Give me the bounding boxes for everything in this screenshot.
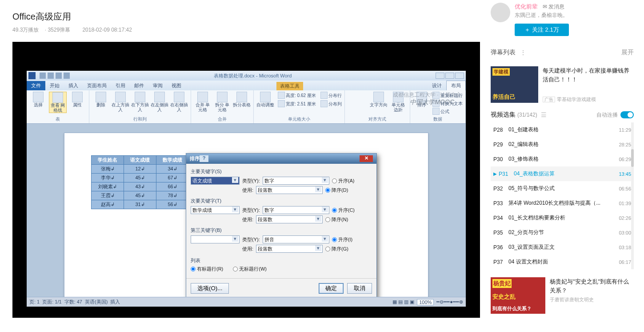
btn-formula[interactable]: 公式 [432,108,463,115]
combo-key3-type[interactable]: 拼音 [263,235,329,243]
btn-insert-above[interactable]: 在上方插入 [112,92,129,112]
btn-insert-right[interactable]: 在右侧插入 [170,92,188,112]
ad-thumbnail: 学建模 养活自己 [491,66,538,103]
btn-distribute-cols[interactable]: 分布列 [320,100,342,107]
radio-key1-desc[interactable]: 降序(D) [325,187,348,194]
playlist-item[interactable]: P3003_修饰表格06:29 [491,152,634,166]
combo-key1-field[interactable]: 语文成绩 [191,177,240,185]
radio-has-header[interactable]: 有标题行(R) [191,266,223,272]
radio-key3-desc[interactable]: 降序(G) [325,246,348,252]
btn-distribute-rows[interactable]: 分布行 [320,92,342,99]
playlist-item[interactable]: P2902_编辑表格28:25 [491,137,634,152]
dialog-titlebar[interactable]: 排序 ? ✕ [186,154,376,164]
btn-split-cells[interactable]: 拆分 单元格 [213,92,231,112]
tab-insert[interactable]: 插入 [64,81,83,90]
btn-merge-cells[interactable]: 合并 单元格 [194,92,212,112]
combo-key2-type[interactable]: 数字 [263,206,329,214]
list-icon[interactable]: ☰ [541,111,547,118]
quick-access-toolbar[interactable] [40,73,70,79]
rec-title: 杨贵妃与"安史之乱"到底有什么关系？ [550,277,634,295]
fx-icon [432,108,440,115]
btn-split-table[interactable]: 拆分表格 [233,92,251,112]
document-canvas[interactable]: 学生姓名语文成绩数学成绩英 张梅↲12↲34↲李华↲45↲67↲刘晓素↲43↲6… [27,124,466,298]
tab-table-layout[interactable]: 布局 [446,81,466,90]
btn-gridlines[interactable]: 查看 网格线 [49,92,67,113]
playlist-item[interactable]: P3603_设置页面及正文03:18 [491,240,634,255]
combo-key2-field[interactable]: 数学成绩 [191,206,240,214]
playlist-item[interactable]: P3401_长文档结构要素分析02:26 [491,211,634,225]
ribbon: 成都信息工程大学 · 计算中心 中国大学MOOC 选择 查看 网格线 属性 表 … [27,90,466,124]
alignment-grid[interactable] [348,92,368,112]
field-row-height[interactable]: 高度: 0.62 厘米 [278,92,316,99]
video-meta: 49.3万播放 · 3529弹幕 2018-02-09 08:17:42 [12,26,487,34]
btn-select[interactable]: 选择 [29,92,47,113]
combo-key3-use[interactable]: 段落数 [256,245,323,253]
tab-review[interactable]: 审阅 [148,81,167,90]
table-header[interactable]: 学生姓名 [92,156,124,165]
combo-key2-use[interactable]: 段落数 [256,215,323,223]
btn-ok[interactable]: 确定 [319,283,344,294]
author-name[interactable]: 优化前辈 [515,3,538,10]
btn-options[interactable]: 选项(O)... [191,283,229,294]
playlist-item[interactable]: ▶P3104_表格数据运算13:45 [491,166,634,181]
table-header[interactable]: 数学成绩 [156,156,189,165]
zoom-slider[interactable]: ━⊖━━●━━⊕ [436,299,463,305]
radio-key2-desc[interactable]: 降序(N) [325,216,348,223]
tab-home[interactable]: 开始 [45,81,64,90]
tab-mailings[interactable]: 邮件 [130,81,148,90]
ribbon-tabs[interactable]: 文件 开始 插入 页面布局 引用 邮件 审阅 视图 表格工具 设计 布局 [27,81,466,90]
context-tab-group: 表格工具 [276,82,303,90]
playlist-item[interactable]: P3205_符号与数学公式06:56 [491,181,634,196]
radio-key2-asc[interactable]: 升序(C) [332,207,355,214]
send-message[interactable]: ✉发消息 [543,3,564,11]
watermark-university: 成都信息工程大学 · 计算中心 [393,91,461,99]
btn-cancel[interactable]: 取消 [347,283,372,294]
zoom-level[interactable]: 100% [417,299,434,305]
btn-properties[interactable]: 属性 [68,92,86,113]
combo-key3-field[interactable] [191,235,240,243]
avatar[interactable] [491,3,510,22]
autoplay-toggle[interactable] [620,111,634,118]
radio-no-header[interactable]: 无标题行(W) [233,266,267,272]
playlist-scrollbar[interactable] [631,122,634,269]
document-title: 表格数据处理.docx - Microsoft Word [70,73,436,79]
plus-icon: ＋ [524,26,530,34]
combo-key1-use[interactable]: 段落数 [256,186,323,194]
word-icon [28,72,36,79]
combo-key1-type[interactable]: 数字 [263,177,329,185]
tab-table-design[interactable]: 设计 [428,81,446,90]
btn-insert-below[interactable]: 在下方插入 [131,92,149,112]
btn-insert-left[interactable]: 在左侧插入 [151,92,168,112]
danmu-header[interactable]: 弹幕列表 ⋮ 展开 [491,49,634,57]
follow-button[interactable]: ＋关注 2.1万 [515,24,569,36]
window-buttons[interactable] [436,73,464,79]
table-header[interactable]: 语文成绩 [124,156,156,165]
playlist-item[interactable]: P33第4讲 Word2010长文档排版与提高（...01:39 [491,196,634,211]
playlist-item[interactable]: P3502_分页与分节03:00 [491,225,634,240]
tab-view[interactable]: 视图 [167,81,186,90]
btn-delete[interactable]: 删除 [92,92,110,112]
playlist-item[interactable]: P3704 设置文档封面06:17 [491,255,634,269]
tab-references[interactable]: 引用 [111,81,130,90]
btn-text-direction[interactable]: 文字方向 [370,92,388,112]
playing-icon: ▶ [493,171,497,176]
page-title: Office高级应用 [12,11,487,23]
view-buttons[interactable]: ▦ ▤ ▥ ▣ [392,299,414,305]
radio-key3-asc[interactable]: 升序(I) [332,236,352,243]
tab-file[interactable]: 文件 [27,81,45,90]
dialog-help-icon[interactable]: ? [200,155,208,162]
rec-subtitle: 于赓哲讲唐朝文明史 [550,296,634,303]
ad-card[interactable]: 学建模 养活自己 每天建模半小时，在家接单赚钱养活自己！！！ 广告零基础学游戏建… [491,66,634,103]
dialog-close-icon[interactable]: ✕ [360,155,373,162]
recommendation-card[interactable]: 杨贵妃 安史之乱 到底有什么关系？ 杨贵妃与"安史之乱"到底有什么关系？ 于赓哲… [491,277,634,314]
expand-button[interactable]: 展开 [621,49,634,57]
more-icon[interactable]: ⋮ [520,49,527,56]
field-col-width[interactable]: 宽度: 2.51 厘米 [278,100,316,107]
btn-autofit[interactable]: 自动调整 [256,92,274,107]
author-signature: 东隅已逝，桑榆非晚。 [515,12,569,19]
playlist-item[interactable]: P2801_创建表格11:29 [491,122,634,137]
tab-page-layout[interactable]: 页面布局 [83,81,111,90]
video-player[interactable]: 表格数据处理.docx - Microsoft Word 文件 开始 插入 页面… [12,42,480,318]
radio-key1-asc[interactable]: 升序(A) [332,178,355,184]
rec-thumbnail: 杨贵妃 安史之乱 到底有什么关系？ [491,277,545,314]
